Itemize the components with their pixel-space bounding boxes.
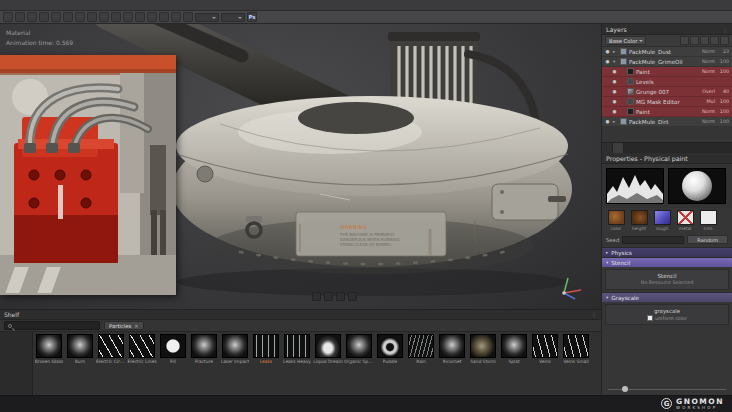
- physics-section-header[interactable]: ▸ Physics: [602, 247, 732, 257]
- layer-blend-mode[interactable]: Norm: [696, 119, 715, 124]
- visibility-eye-icon[interactable]: [604, 49, 611, 54]
- panel-menu-icon[interactable]: ⋮: [722, 26, 728, 33]
- shelf-brush-item[interactable]: Electric Lines: [127, 334, 157, 393]
- layer-opacity[interactable]: 100: [717, 99, 730, 104]
- viewport-perspective-icon[interactable]: [312, 292, 321, 301]
- smudge-tool[interactable]: [51, 12, 61, 22]
- shelf-brush-item[interactable]: Electric Circuit: [96, 334, 126, 393]
- layer-row[interactable]: ▸ PackMule_Dust Norm 23: [602, 47, 732, 57]
- camera-tool[interactable]: [159, 12, 169, 22]
- shelf-brush-item[interactable]: Puddle: [375, 334, 405, 393]
- layer-blend-mode[interactable]: Norm: [696, 59, 715, 64]
- delete-layer-icon[interactable]: [720, 36, 729, 45]
- grayscale-resource-slot[interactable]: grayscale uniform color: [605, 304, 729, 325]
- undo-button[interactable]: [171, 12, 181, 22]
- visibility-eye-icon[interactable]: [604, 59, 611, 64]
- shelf-filter-chip[interactable]: Particles ✕: [104, 321, 144, 330]
- projection-tool[interactable]: [27, 12, 37, 22]
- stencil-section-header[interactable]: ▾ Stencil: [602, 257, 732, 267]
- filter-close-icon[interactable]: ✕: [134, 323, 138, 329]
- clone-tool[interactable]: [63, 12, 73, 22]
- shelf-search-input[interactable]: [4, 321, 100, 330]
- eraser-tool[interactable]: [15, 12, 25, 22]
- layer-blend-mode[interactable]: Mul: [696, 99, 715, 104]
- shelf-brush-item[interactable]: Leaks Heavy: [282, 334, 312, 393]
- shelf-brush-item[interactable]: Splat: [499, 334, 529, 393]
- visibility-eye-icon[interactable]: [611, 69, 618, 74]
- navigation-gizmo[interactable]: [555, 275, 585, 301]
- channel-slot[interactable]: nrm: [698, 210, 718, 231]
- layer-row[interactable]: Levels: [602, 77, 732, 87]
- layer-row[interactable]: Paint Norm 100: [602, 107, 732, 117]
- stencil-resource-slot[interactable]: Stencil No Resource Selected: [605, 269, 729, 290]
- layer-row[interactable]: Paint Norm 100: [602, 67, 732, 77]
- visibility-eye-icon[interactable]: [604, 119, 611, 124]
- visibility-eye-icon[interactable]: [611, 89, 618, 94]
- viewport-camera-icon[interactable]: [324, 292, 333, 301]
- layer-opacity[interactable]: 23: [717, 49, 730, 54]
- visibility-eye-icon[interactable]: [611, 79, 618, 84]
- add-effect-icon[interactable]: [710, 36, 719, 45]
- layer-blend-mode[interactable]: Norm: [696, 109, 715, 114]
- visibility-eye-icon[interactable]: [611, 109, 618, 114]
- property-slider[interactable]: [608, 389, 726, 390]
- layer-opacity[interactable]: 100: [717, 109, 730, 114]
- shelf-brush-item[interactable]: Burn: [65, 334, 95, 393]
- shelf-brush-item[interactable]: Fracture: [189, 334, 219, 393]
- shelf-brush-item[interactable]: Laser Impact: [220, 334, 250, 393]
- folder-expand-arrow[interactable]: ▾: [613, 59, 618, 64]
- channel-slot[interactable]: metal: [675, 210, 695, 231]
- layer-opacity[interactable]: 40: [717, 89, 730, 94]
- symmetry-toggle[interactable]: [111, 12, 121, 22]
- folder-expand-arrow[interactable]: ▸: [613, 49, 618, 54]
- shelf-menu-icon[interactable]: ⋮: [591, 311, 597, 318]
- shelf-brush-item[interactable]: Veins Small: [561, 334, 591, 393]
- polygon-fill-tool[interactable]: [39, 12, 49, 22]
- add-folder-icon[interactable]: [690, 36, 699, 45]
- shelf-brush-item[interactable]: Rain: [406, 334, 436, 393]
- layer-opacity[interactable]: 100: [717, 69, 730, 74]
- quick-mask-tool[interactable]: [99, 12, 109, 22]
- layer-blend-mode[interactable]: Norm: [696, 69, 715, 74]
- layer-opacity[interactable]: 100: [717, 59, 730, 64]
- layer-opacity[interactable]: 100: [717, 119, 730, 124]
- dock-tab[interactable]: [613, 143, 624, 153]
- shelf-brush-item[interactable]: Veins: [530, 334, 560, 393]
- dock-tab[interactable]: [602, 143, 613, 153]
- uniform-color-swatch[interactable]: [647, 315, 653, 321]
- viewport-shading-icon[interactable]: [336, 292, 345, 301]
- viewport-wireframe-icon[interactable]: [348, 292, 357, 301]
- layer-row[interactable]: ▸ PackMule_Dirt Norm 100: [602, 117, 732, 127]
- layer-row[interactable]: MG Mask Editor Mul 100: [602, 97, 732, 107]
- snap-toggle[interactable]: [147, 12, 157, 22]
- photoshop-export-button[interactable]: Ps: [247, 12, 257, 22]
- add-fill-icon[interactable]: [700, 36, 709, 45]
- slider-knob[interactable]: [622, 386, 628, 392]
- redo-button[interactable]: [183, 12, 193, 22]
- shelf-brush-item[interactable]: Liquid Dream: [313, 334, 343, 393]
- shelf-brush-item[interactable]: Sand Storm: [468, 334, 498, 393]
- folder-expand-arrow[interactable]: ▸: [613, 119, 618, 124]
- brush-preset-dropdown[interactable]: [195, 13, 219, 22]
- shelf-brush-item[interactable]: Fill: [158, 334, 188, 393]
- shelf-brush-item[interactable]: Organic Spread: [344, 334, 374, 393]
- shelf-brush-item[interactable]: Ricochet: [437, 334, 467, 393]
- layer-blend-mode[interactable]: Norm: [696, 49, 715, 54]
- channel-slot[interactable]: rough: [652, 210, 672, 231]
- lazy-mouse-toggle[interactable]: [123, 12, 133, 22]
- layer-row[interactable]: ▾ PackMule_GrimeOil Norm 100: [602, 57, 732, 67]
- shelf-brush-item[interactable]: Leaks: [251, 334, 281, 393]
- seed-input[interactable]: [622, 236, 684, 244]
- grid-toggle[interactable]: [135, 12, 145, 22]
- add-layer-icon[interactable]: [680, 36, 689, 45]
- material-mode-dropdown[interactable]: [221, 13, 245, 22]
- visibility-eye-icon[interactable]: [611, 99, 618, 104]
- selection-tool[interactable]: [87, 12, 97, 22]
- grayscale-section-header[interactable]: ▾ Grayscale: [602, 292, 732, 302]
- layer-blend-mode[interactable]: Overl: [696, 89, 715, 94]
- random-seed-button[interactable]: Random: [687, 235, 728, 244]
- layer-row[interactable]: Grunge 007 Overl 40: [602, 87, 732, 97]
- paint-brush-tool[interactable]: [3, 12, 13, 22]
- channel-selector-dropdown[interactable]: Base Color: [605, 36, 646, 45]
- shelf-brush-item[interactable]: Broken Glass: [34, 334, 64, 393]
